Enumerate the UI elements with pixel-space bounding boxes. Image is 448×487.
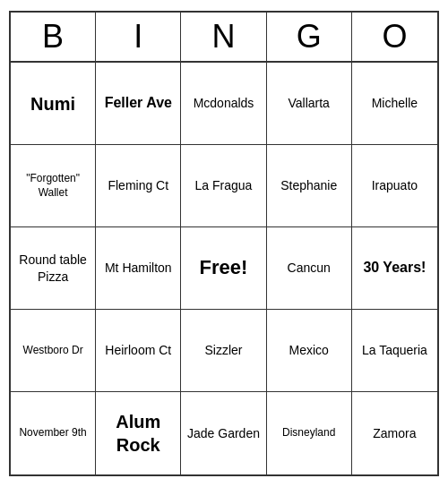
bingo-cell: Mcdonalds [181,63,266,145]
bingo-cell: Irapuato [352,145,437,227]
bingo-cell: Michelle [352,63,437,145]
header-letter: I [96,13,181,61]
bingo-cell: "Forgotten" Wallet [11,145,96,227]
bingo-cell: 30 Years! [352,227,437,310]
bingo-grid: NumiFeller AveMcdonaldsVallartaMichelle"… [11,63,437,474]
bingo-cell: Jade Garden [181,392,266,474]
bingo-cell: Westboro Dr [11,310,96,392]
bingo-cell: Fleming Ct [96,145,181,227]
bingo-header: BINGO [11,13,437,63]
bingo-cell: Free! [181,227,266,310]
header-letter: O [352,13,437,61]
bingo-cell: Vallarta [267,63,352,145]
header-letter: G [267,13,352,61]
bingo-cell: Feller Ave [96,63,181,145]
bingo-cell: La Fragua [181,145,266,227]
bingo-cell: Heirloom Ct [96,310,181,392]
bingo-cell: November 9th [11,392,96,474]
bingo-cell: Mexico [267,310,352,392]
bingo-cell: Numi [11,63,96,145]
bingo-cell: Sizzler [181,310,266,392]
bingo-cell: La Taqueria [352,310,437,392]
header-letter: B [11,13,96,61]
bingo-card: BINGO NumiFeller AveMcdonaldsVallartaMic… [9,11,439,476]
bingo-cell: Stephanie [267,145,352,227]
bingo-cell: Round table Pizza [11,227,96,310]
bingo-cell: Cancun [267,227,352,310]
bingo-cell: Alum Rock [96,392,181,474]
bingo-cell: Mt Hamilton [96,227,181,310]
bingo-cell: Zamora [352,392,437,474]
bingo-cell: Disneyland [267,392,352,474]
header-letter: N [181,13,266,61]
